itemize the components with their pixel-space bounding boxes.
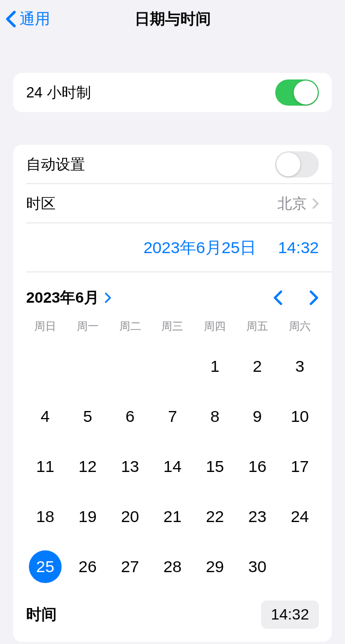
day-cell[interactable]: 16 [236, 450, 279, 483]
auto-set-row: 自动设置 [13, 145, 332, 184]
timezone-row[interactable]: 时区 北京 [13, 184, 332, 223]
day-number: 4 [29, 400, 62, 433]
day-number: 21 [156, 500, 189, 533]
day-number: 27 [114, 550, 147, 583]
day-cell[interactable]: 12 [66, 450, 109, 483]
day-cell[interactable]: 2 [236, 350, 279, 383]
day-number: 16 [241, 450, 274, 483]
hour-format-toggle[interactable] [275, 79, 319, 106]
day-number: 23 [241, 500, 274, 533]
day-cell[interactable]: 25 [24, 550, 66, 583]
day-cell[interactable]: 21 [152, 500, 194, 533]
time-display[interactable]: 14:32 [278, 238, 319, 257]
toggle-knob [276, 152, 300, 176]
day-cell-empty [109, 350, 152, 383]
page-title: 日期与时间 [0, 9, 345, 29]
day-number: 28 [156, 550, 189, 583]
weekday-label: 周日 [24, 319, 66, 334]
day-number: 14 [156, 450, 189, 483]
day-number: 26 [71, 550, 104, 583]
day-number: 2 [241, 350, 274, 383]
day-cell[interactable]: 19 [66, 500, 109, 533]
day-cell[interactable]: 6 [109, 400, 152, 433]
day-cell[interactable]: 15 [193, 450, 236, 483]
day-cell[interactable]: 27 [109, 550, 152, 583]
day-cell[interactable]: 22 [193, 500, 236, 533]
day-number: 12 [71, 450, 104, 483]
hour-format-row: 24 小时制 [13, 73, 332, 112]
day-cell[interactable]: 14 [152, 450, 194, 483]
footer-note: 打开"定位服务"将提高自动时区准确性。 [0, 642, 345, 644]
day-number: 18 [29, 500, 62, 533]
chevron-left-icon [273, 290, 283, 305]
auto-set-toggle[interactable] [275, 151, 319, 177]
day-cell-empty [152, 350, 194, 383]
weekday-label: 周三 [152, 319, 194, 334]
day-number: 7 [156, 400, 189, 433]
time-picker-button[interactable]: 14:32 [261, 600, 319, 629]
day-number: 6 [114, 400, 147, 433]
day-cell[interactable]: 4 [24, 400, 66, 433]
toggle-knob [294, 81, 318, 105]
day-number: 10 [283, 400, 316, 433]
day-number: 8 [198, 400, 231, 433]
month-picker-button[interactable]: 2023年6月 [26, 287, 111, 308]
day-number: 22 [198, 500, 231, 533]
day-cell[interactable]: 23 [236, 500, 279, 533]
day-cell[interactable]: 13 [109, 450, 152, 483]
weekday-label: 周一 [66, 319, 109, 334]
month-label: 2023年6月 [26, 287, 99, 308]
day-cell[interactable]: 20 [109, 500, 152, 533]
day-cell[interactable]: 3 [279, 350, 321, 383]
weekday-label: 周四 [193, 319, 236, 334]
day-cell-empty [24, 350, 66, 383]
day-number: 13 [114, 450, 147, 483]
time-picker-row: 时间 14:32 [13, 596, 332, 642]
chevron-right-icon [312, 198, 319, 209]
day-cell[interactable]: 24 [279, 500, 321, 533]
day-cell[interactable]: 9 [236, 400, 279, 433]
timezone-label: 时区 [26, 194, 277, 213]
day-cell[interactable]: 28 [152, 550, 194, 583]
day-cell[interactable]: 7 [152, 400, 194, 433]
day-cell[interactable]: 29 [193, 550, 236, 583]
date-time-display-row: 2023年6月25日 14:32 [13, 223, 332, 272]
next-month-button[interactable] [309, 290, 319, 305]
day-cell[interactable]: 11 [24, 450, 66, 483]
day-cell[interactable]: 10 [279, 400, 321, 433]
time-label: 时间 [26, 604, 261, 625]
weekday-label: 周二 [109, 319, 152, 334]
back-button[interactable]: 通用 [0, 9, 50, 29]
prev-month-button[interactable] [273, 290, 283, 305]
day-cell[interactable]: 18 [24, 500, 66, 533]
day-number: 3 [283, 350, 316, 383]
weekday-label: 周五 [236, 319, 279, 334]
weekday-label: 周六 [279, 319, 321, 334]
day-number: 5 [71, 400, 104, 433]
day-number: 11 [29, 450, 62, 483]
day-number: 24 [283, 500, 316, 533]
day-number: 1 [198, 350, 231, 383]
date-display[interactable]: 2023年6月25日 [143, 237, 256, 259]
day-number: 25 [29, 550, 62, 583]
day-cell[interactable]: 17 [279, 450, 321, 483]
day-cell[interactable]: 1 [193, 350, 236, 383]
day-number: 29 [198, 550, 231, 583]
day-number: 30 [241, 550, 274, 583]
chevron-right-icon [309, 290, 319, 305]
day-cell[interactable]: 26 [66, 550, 109, 583]
day-cell[interactable]: 30 [236, 550, 279, 583]
day-number: 15 [198, 450, 231, 483]
day-number: 9 [241, 400, 274, 433]
chevron-left-icon [5, 10, 16, 28]
day-cell-empty [66, 350, 109, 383]
hour-format-label: 24 小时制 [26, 83, 275, 102]
day-number: 19 [71, 500, 104, 533]
chevron-right-icon [105, 292, 111, 303]
day-cell[interactable]: 8 [193, 400, 236, 433]
day-number: 20 [114, 500, 147, 533]
auto-set-label: 自动设置 [26, 155, 275, 174]
day-cell[interactable]: 5 [66, 400, 109, 433]
timezone-value: 北京 [277, 194, 307, 213]
day-number: 17 [283, 450, 316, 483]
